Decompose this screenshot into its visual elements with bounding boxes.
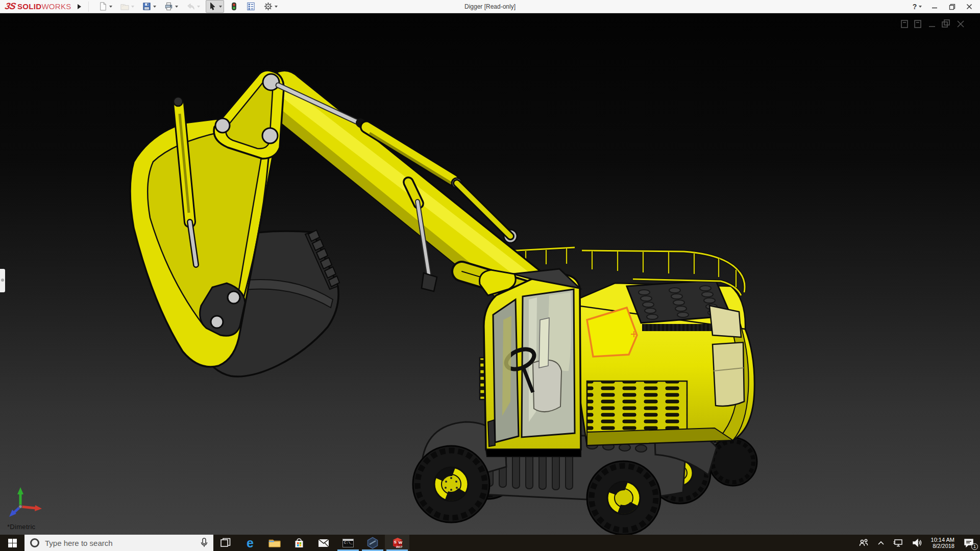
restore-icon (949, 4, 955, 10)
file-explorer-icon (268, 538, 281, 548)
select-tool-button[interactable] (206, 0, 224, 13)
close-button[interactable] (962, 1, 977, 13)
options-button[interactable] (261, 0, 280, 13)
start-button[interactable] (0, 535, 24, 551)
svg-text:S: S (394, 540, 397, 544)
title-bar: 3S SOLID WORKS (0, 0, 980, 13)
taskbar-app-file-explorer[interactable] (262, 535, 287, 551)
select-cursor-icon (208, 2, 217, 11)
network-button[interactable] (889, 535, 908, 551)
undo-icon (186, 2, 195, 11)
solidworks-2017-icon: S W 2017 (390, 536, 404, 549)
y-axis-arrow (17, 487, 23, 494)
restore-button[interactable] (944, 1, 960, 13)
cortana-ring-icon (30, 538, 40, 548)
solidworks-logo[interactable]: 3S SOLID WORKS (0, 1, 71, 12)
action-center-button[interactable]: 1 (960, 535, 978, 551)
print-button[interactable] (162, 0, 180, 13)
minimize-icon (932, 4, 938, 10)
display-settings-icon (246, 2, 256, 11)
new-document-icon (98, 2, 108, 11)
speaker-icon (912, 538, 922, 547)
save-icon (142, 2, 152, 11)
cab[interactable] (479, 269, 581, 457)
svg-text:W: W (399, 540, 403, 545)
panel-expand-icon (1, 279, 4, 282)
chevron-up-icon (877, 540, 885, 545)
people-button[interactable] (854, 535, 873, 551)
menu-flyout-arrow-icon[interactable] (78, 4, 81, 9)
dropdown-caret-icon[interactable] (275, 6, 278, 8)
feature-panel-collapsed-tab[interactable] (0, 269, 5, 292)
dropdown-caret-icon[interactable] (175, 6, 178, 8)
taskbar-app-solidworks[interactable]: S W 2017 (385, 535, 409, 551)
tray-time: 10:14 AM (931, 537, 954, 543)
open-folder-icon (120, 2, 130, 11)
taskbar-app-store[interactable] (287, 535, 311, 551)
search-input[interactable] (45, 539, 195, 547)
close-document-icon (958, 21, 964, 27)
digger-3d-model[interactable] (0, 14, 980, 535)
command-prompt-icon: C:\_ (342, 539, 354, 547)
task-view-button[interactable] (213, 535, 238, 551)
3ds-mark: 3S (4, 1, 16, 12)
microphone-icon[interactable] (200, 538, 208, 548)
hexagon-app-icon (366, 537, 379, 549)
windows-taskbar: e (0, 535, 980, 551)
rebuild-button[interactable] (228, 0, 240, 13)
traffic-light-rebuild-icon (230, 2, 238, 11)
notification-badge: 1 (971, 543, 978, 550)
network-icon (893, 538, 904, 547)
graphics-viewport[interactable]: *Dimetric (0, 14, 980, 535)
mail-icon (318, 539, 329, 547)
restore-document-icon (944, 20, 949, 25)
clock[interactable]: 10:14 AM 8/2/2018 (927, 537, 959, 549)
boom-head-linkage[interactable] (214, 70, 284, 159)
undo-button[interactable] (184, 0, 202, 13)
display-settings-button[interactable] (244, 0, 258, 13)
store-icon (294, 538, 304, 548)
taskbar-app-mail[interactable] (311, 535, 336, 551)
hidden-icons-button[interactable] (874, 535, 888, 551)
tray-date: 8/2/2018 (931, 543, 954, 549)
gear-icon (263, 2, 273, 11)
windows-logo-icon (8, 539, 17, 547)
save-button[interactable] (140, 0, 158, 13)
x-axis-arrow (35, 505, 42, 511)
taskbar-app-command-prompt[interactable]: C:\_ (336, 535, 360, 551)
view-orientation-label: *Dimetric (7, 523, 35, 531)
toolbar-separator (88, 2, 89, 12)
new-document-button[interactable] (96, 0, 114, 13)
dropdown-caret-icon[interactable] (219, 6, 222, 8)
open-button[interactable] (118, 0, 136, 13)
solidworks-window: 3S SOLID WORKS (0, 0, 980, 551)
document-window-controls[interactable] (899, 18, 976, 30)
taskbar-app-hexagon[interactable] (360, 535, 385, 551)
help-caret-icon (919, 6, 922, 8)
taskbar-app-edge[interactable]: e (238, 535, 262, 551)
volume-button[interactable] (909, 535, 926, 551)
dropdown-caret-icon[interactable] (109, 6, 112, 8)
minimize-button[interactable] (927, 1, 942, 13)
dropdown-caret-icon[interactable] (153, 6, 156, 8)
close-icon (966, 4, 972, 10)
document-restore-icon (901, 20, 908, 28)
dropdown-caret-icon (197, 6, 200, 8)
svg-text:2017: 2017 (396, 545, 402, 548)
task-view-icon (220, 538, 231, 548)
help-button[interactable]: ? (910, 1, 925, 13)
triad-origin (19, 505, 22, 509)
taskbar-search[interactable] (24, 535, 213, 551)
people-icon (858, 538, 869, 547)
housing-windows[interactable] (709, 306, 744, 406)
dropdown-caret-icon (131, 6, 134, 8)
document-new-window-icon (915, 20, 921, 28)
print-icon (164, 2, 174, 11)
edge-icon: e (247, 537, 254, 549)
